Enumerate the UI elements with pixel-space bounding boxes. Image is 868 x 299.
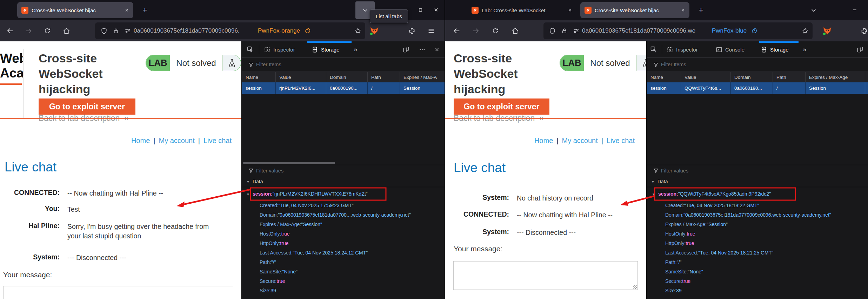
bookmark-star-icon[interactable] (352, 25, 364, 37)
tab-close-icon[interactable] (566, 6, 574, 14)
devtools-right: Inspector Console Storage » Name Value D… (646, 41, 868, 299)
maximize-button[interactable] (415, 5, 426, 15)
session-cookie-node[interactable]: ▼session:"QQWt0TyF4t6soA7Kgo85Jadm9P92id… (648, 189, 771, 199)
filter-values-input[interactable] (661, 168, 766, 174)
minimize-button[interactable] (849, 5, 860, 15)
cookie-prop-row: HttpOnly:true (665, 239, 694, 248)
devtools-tab-storage[interactable]: Storage (761, 41, 789, 57)
message-textarea[interactable] (3, 286, 233, 299)
nav-my-account-link[interactable]: My account (562, 137, 597, 144)
data-section-header[interactable]: ▼Data (242, 176, 445, 187)
lab-status-badge: LAB Not solved (146, 55, 241, 71)
permissions-icon[interactable] (122, 25, 134, 37)
shield-icon[interactable] (98, 25, 110, 37)
filter-values-row (242, 165, 445, 176)
devtools-tab-inspector[interactable]: Inspector (667, 41, 698, 57)
exploit-server-button[interactable]: Go to exploit server (39, 98, 135, 115)
devtools-more-tabs[interactable]: » (354, 41, 357, 57)
lab-header-divider (0, 118, 241, 119)
devtools-menu-icon[interactable] (417, 44, 427, 55)
forward-button[interactable] (22, 24, 35, 38)
list-all-tabs-tooltip: List all tabs (370, 9, 408, 23)
cookie-table-header: Name Value Domain Path Expires / Max-A (242, 72, 445, 82)
url-bar[interactable]: 0a06001903675ef181da0770009c0096.we PwnF… (543, 22, 813, 39)
exploit-server-button[interactable]: Go to exploit server (454, 98, 549, 115)
home-button[interactable] (60, 24, 73, 38)
cookie-row-selected[interactable]: session rjnPLrM2VK2I6... 0a0600190... / … (242, 82, 445, 94)
url-text: 0a06001903675ef181da0770009c0096. (134, 27, 255, 34)
lab-title: Cross-site WebSocket hijacking (39, 50, 144, 97)
horizontal-scrollbar[interactable] (243, 162, 335, 164)
page-nav: Home|My account|Live chat (128, 137, 235, 145)
nav-live-chat-link[interactable]: Live chat (203, 137, 232, 144)
chat-row: CONNECTED:-- Now chatting with Hal Pline… (0, 189, 163, 198)
academy-logo[interactable]: Web Acad (0, 51, 23, 90)
message-textarea[interactable] (453, 261, 638, 290)
window-close-button[interactable] (431, 5, 441, 15)
flask-icon (636, 55, 646, 71)
devtools-tab-console[interactable]: Console (716, 41, 745, 57)
reload-button[interactable] (489, 24, 502, 38)
cookie-row-selected[interactable]: session QQWt0TyF4t6s... 0a0600190... / S… (647, 82, 868, 94)
nav-home-link[interactable]: Home (534, 137, 553, 144)
lock-icon[interactable] (558, 25, 570, 37)
bookmark-star-icon[interactable] (799, 25, 811, 37)
browser-tab[interactable]: Cross-site WebSocket hijac (17, 2, 133, 18)
pick-element-icon[interactable] (648, 44, 659, 55)
back-button[interactable] (4, 24, 17, 38)
filter-values-input[interactable] (256, 168, 361, 174)
extensions-puzzle-icon[interactable] (405, 24, 419, 38)
textarea-resize-grip[interactable] (633, 285, 637, 289)
lock-icon[interactable] (110, 25, 122, 37)
new-tab-button[interactable]: + (139, 4, 151, 16)
pwnfox-extension-icon[interactable] (368, 24, 381, 38)
pwnfox-container-label: PwnFox-blue (712, 27, 747, 34)
extensions-puzzle-icon[interactable] (857, 24, 868, 38)
devtools-tab-storage[interactable]: Storage (312, 41, 340, 57)
back-button[interactable] (450, 24, 463, 38)
cookie-prop-row: Secure:true (260, 277, 285, 286)
lab-status-text: Not solved (170, 55, 222, 71)
devtools-close-icon[interactable] (432, 44, 442, 55)
cookie-prop-row: HostOnly:true (260, 229, 290, 239)
pick-element-icon[interactable] (245, 44, 255, 55)
nav-home-link[interactable]: Home (131, 137, 150, 144)
nav-live-chat-link[interactable]: Live chat (607, 137, 635, 144)
tab-close-icon[interactable] (123, 6, 131, 14)
reload-button[interactable] (41, 24, 54, 38)
cookie-prop-row: Path:"/" (260, 258, 276, 267)
session-cookie-node[interactable]: ▼session:"rjnPLrM2VK2I6KDHRLWVTXXtE78mKd… (242, 189, 368, 199)
responsive-design-icon[interactable] (401, 44, 411, 55)
pwnfox-extension-icon[interactable] (821, 24, 834, 38)
filter-items-input[interactable] (256, 62, 361, 67)
devtools-more-tabs[interactable]: » (803, 41, 806, 57)
flask-icon (222, 55, 241, 71)
responsive-design-icon[interactable] (855, 44, 865, 55)
cookie-prop-row: Created:"Tue, 04 Nov 2025 17:59:23 GMT" (260, 201, 354, 210)
url-bar[interactable]: 0a06001903675ef181da0770009c0096. PwnFox… (95, 22, 365, 39)
tab-close-icon[interactable] (679, 6, 687, 14)
lab-badge-label: LAB (560, 55, 584, 71)
nav-my-account-link[interactable]: My account (159, 137, 194, 144)
browser-window-right: Lab: Cross-site WebSocket Cross-site Web… (445, 0, 868, 299)
nav-toolbar: 0a06001903675ef181da0770009c0096.we PwnF… (445, 20, 868, 41)
new-tab-button[interactable]: + (695, 4, 707, 16)
devtools-toolbar: Inspector Storage » (242, 41, 445, 57)
devtools-tab-inspector[interactable]: Inspector (264, 41, 295, 57)
data-section-header[interactable]: ▼Data (647, 176, 868, 187)
shield-icon[interactable] (546, 25, 558, 37)
forward-button[interactable] (469, 24, 482, 38)
tab-title-fade (109, 2, 121, 18)
filter-funnel-icon (650, 59, 661, 70)
permissions-icon[interactable] (570, 25, 582, 37)
lab-favicon (472, 7, 479, 14)
home-button[interactable] (508, 24, 522, 38)
list-all-tabs-button[interactable] (804, 1, 823, 19)
cookie-prop-row: Size:39 (665, 286, 682, 295)
cookie-prop-row: Last Accessed:"Tue, 04 Nov 2025 18:24:12… (260, 248, 368, 258)
browser-tab[interactable]: Cross-site WebSocket hijac (580, 2, 689, 18)
menu-hamburger-icon[interactable] (425, 24, 438, 38)
filter-items-input[interactable] (661, 62, 766, 67)
chat-row: You:Test (0, 205, 80, 214)
browser-tab[interactable]: Lab: Cross-site WebSocket (467, 2, 576, 18)
